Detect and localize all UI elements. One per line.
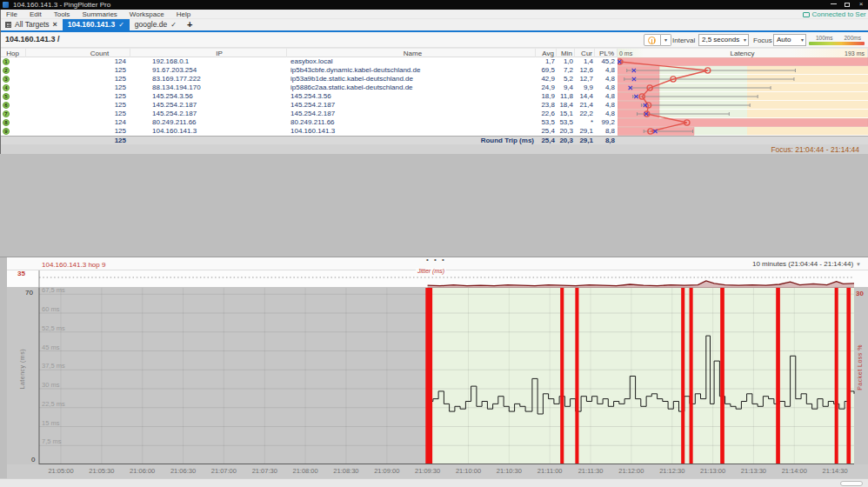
splitter-handle[interactable]: • • • [426, 256, 446, 264]
cell-cur: 21,4 [575, 101, 595, 110]
cell-latency-graph [618, 101, 868, 110]
focus-range-text: Focus: 21:04:44 - 21:14:44 [771, 145, 859, 154]
tab-all-targets[interactable]: All Targets× [0, 19, 63, 30]
app-icon [3, 2, 9, 8]
cell-name: 145.254.2.187 [287, 101, 536, 110]
close-button[interactable]: × [854, 0, 868, 10]
focus-label: Focus [753, 37, 772, 44]
cell-min: 7,2 [557, 66, 575, 75]
latency-axis-max: 70 [25, 289, 33, 297]
cell-name: 104.160.141.3 [287, 127, 536, 136]
cell-cur: 14,4 [575, 92, 595, 101]
cell-count: 125 [74, 127, 130, 136]
menu-file[interactable]: File [0, 10, 23, 19]
table-row-hop-4[interactable]: 412588.134.194.170ip5886c2aa.static.kabe… [0, 83, 868, 92]
pause-button[interactable] [644, 34, 661, 46]
maximize-button[interactable] [840, 0, 854, 10]
title-bar: 104.160.141.3 - PingPlotter Pro × [0, 0, 868, 10]
table-row-hop-5[interactable]: 5125145.254.3.56145.254.3.5618,911,814,4… [0, 92, 868, 101]
loss-axis-title: Packet Loss % [857, 344, 863, 390]
tab-label: 104.160.141.3 [68, 20, 115, 29]
time-tick: 21:09:30 [407, 467, 449, 475]
cell-cur: 12,6 [575, 66, 595, 75]
cell-avg: 1,7 [536, 57, 557, 66]
cell-cur: 1,4 [575, 57, 595, 66]
cell-name: 145.254.3.56 [287, 92, 536, 101]
menu-help[interactable]: Help [170, 10, 197, 19]
latency-axis-min: 0 [31, 456, 35, 464]
cell-name: ip5886c2aa.static.kabel-deutschland.de [287, 83, 536, 92]
jitter-axis-max: 35 [17, 270, 25, 277]
hop-number-badge: 7 [3, 110, 10, 117]
cell-pl: 4,8 [595, 66, 618, 75]
cell-latency-graph [618, 118, 868, 127]
hop-number-badge: 5 [3, 93, 10, 100]
table-row-hop-7[interactable]: 7125145.254.2.187145.254.2.18722,615,122… [0, 110, 868, 118]
svg-text:22,5 ms: 22,5 ms [42, 400, 65, 408]
cell-avg: 42,9 [536, 75, 557, 83]
cell-latency-graph [618, 92, 868, 101]
time-tick: 21:13:00 [692, 467, 734, 475]
time-tick: 21:06:30 [163, 467, 204, 475]
cell-name: 145.254.2.187 [287, 110, 536, 118]
table-row-hop-2[interactable]: 212591.67.203.254ip5b43cbfe.dynamic.kabe… [0, 66, 868, 75]
time-tick: 21:14:00 [773, 467, 815, 475]
cell-ip: 83.169.177.222 [135, 75, 287, 83]
pause-dropdown[interactable]: ▾ [661, 34, 671, 46]
cell-latency-graph [618, 127, 868, 136]
tab-104-160-141-3[interactable]: 104.160.141.3✓ [63, 19, 130, 30]
cell-pl: 45,2 [595, 57, 618, 66]
cell-min: 5,2 [557, 75, 575, 83]
menu-edit[interactable]: Edit [23, 10, 48, 19]
cell-avg: 25,4 [536, 127, 557, 136]
minimize-button[interactable] [826, 0, 840, 10]
svg-text:37,5 ms: 37,5 ms [42, 362, 65, 370]
cell-latency-graph [618, 57, 868, 66]
menu-summaries[interactable]: Summaries [76, 10, 123, 19]
table-row-hop-8[interactable]: 812480.249.211.6680.249.211.6653,553,5*9… [0, 118, 868, 127]
cell-pl: 4,8 [595, 92, 618, 101]
cell-count: 124 [74, 57, 130, 66]
table-row-hop-9[interactable]: 9125104.160.141.3104.160.141.325,420,329… [0, 127, 868, 136]
svg-text:45 ms: 45 ms [42, 344, 60, 351]
hop-number-badge: 2 [3, 67, 10, 74]
cell-pl: 4,8 [595, 83, 618, 92]
scrollbar-thumb[interactable] [840, 481, 863, 486]
menu-tools[interactable]: Tools [48, 10, 77, 19]
cell-avg: 22,6 [536, 110, 557, 118]
time-tick: 21:14:30 [814, 467, 856, 475]
timeline-latency-chart[interactable]: 67,5 ms60 ms52,5 ms45 ms37,5 ms30 ms22,5… [0, 288, 868, 464]
server-status[interactable]: Connected to Ser [803, 10, 868, 19]
cell-latency-graph [618, 110, 868, 118]
cell-name: easybox.local [287, 57, 536, 66]
jitter-label: Jitter (ms) [416, 268, 446, 274]
cell-pl: 4,8 [595, 75, 618, 83]
cell-ip: 80.249.211.66 [135, 118, 287, 127]
timeline-panel: • • • 104.160.141.3 hop 9 10 minutes (21… [0, 257, 868, 487]
interval-select[interactable]: 2,5 seconds▾ [698, 34, 749, 46]
menu-bar: FileEditToolsSummariesWorkspaceHelp Conn… [0, 10, 868, 19]
svg-text:30 ms: 30 ms [42, 381, 60, 389]
menu-workspace[interactable]: Workspace [124, 10, 170, 19]
cell-count: 125 [74, 83, 130, 92]
cell-count: 125 [74, 92, 130, 101]
cell-avg: 69,5 [536, 66, 557, 75]
cell-name: ip5b43cbfe.dynamic.kabel-deutschland.de [287, 66, 536, 75]
tab-label: All Targets [15, 20, 50, 29]
svg-text:52,5 ms: 52,5 ms [42, 324, 65, 332]
timeline-range-selector[interactable]: 10 minutes (21:04:44 - 21:14:44)▼ [752, 260, 861, 268]
chevron-down-icon: ▼ [856, 262, 861, 267]
cell-count: 124 [74, 118, 130, 127]
new-tab-button[interactable]: + [182, 19, 197, 30]
focus-select[interactable]: Auto▾ [773, 34, 806, 46]
cell-name: ip53a9b1de.static.kabel-deutschland.de [287, 75, 536, 83]
tab-google-de[interactable]: google.de✓ [130, 19, 182, 30]
table-row-hop-6[interactable]: 6125145.254.2.187145.254.2.18723,818,421… [0, 101, 868, 110]
time-tick: 21:08:00 [284, 467, 326, 475]
cell-avg: 18,9 [536, 92, 557, 101]
table-row-hop-1[interactable]: 1124192.168.0.1easybox.local1,71,01,445,… [0, 57, 868, 66]
svg-text:60 ms: 60 ms [42, 305, 60, 313]
cell-avg: 53,5 [536, 118, 557, 127]
table-row-hop-3[interactable]: 312583.169.177.222ip53a9b1de.static.kabe… [0, 75, 868, 83]
close-tab-icon[interactable]: × [53, 20, 57, 29]
